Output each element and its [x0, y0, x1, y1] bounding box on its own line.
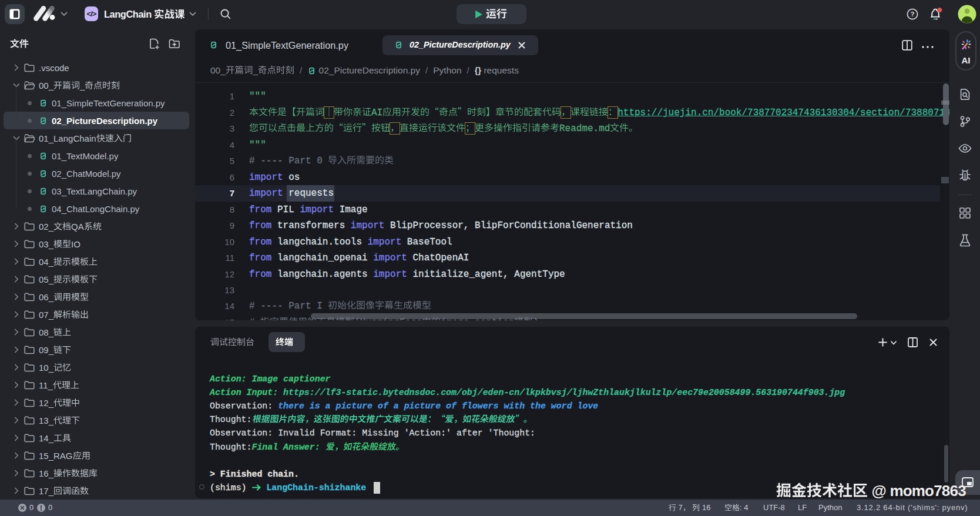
- svg-text:?: ?: [910, 11, 914, 18]
